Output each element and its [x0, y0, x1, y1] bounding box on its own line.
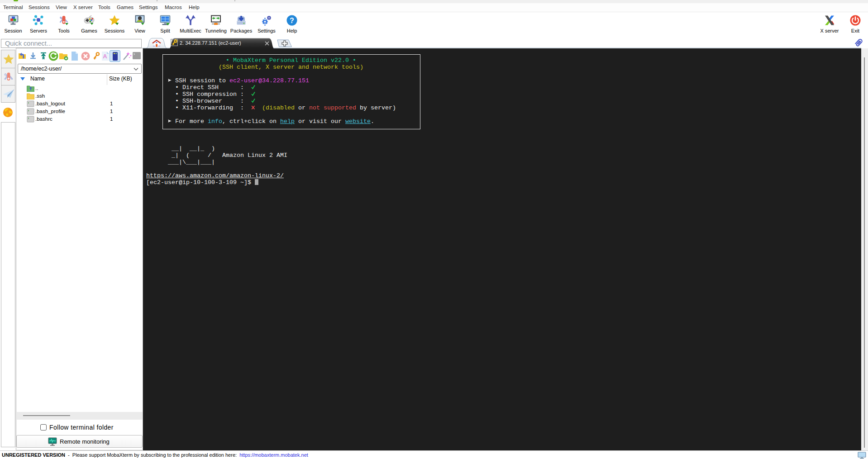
svg-text:?: ?: [290, 17, 294, 24]
svg-text:A: A: [103, 53, 107, 60]
